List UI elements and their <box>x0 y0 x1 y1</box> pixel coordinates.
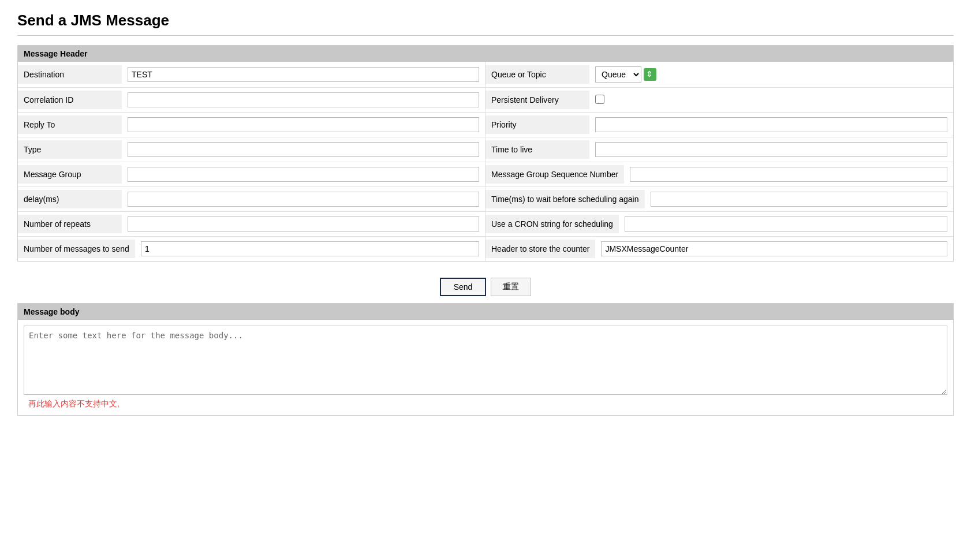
message-group-label: Message Group <box>18 165 122 184</box>
header-store-field <box>595 237 953 261</box>
header-store-input[interactable] <box>601 241 947 256</box>
time-to-wait-field <box>645 187 954 211</box>
message-group-field <box>122 162 485 186</box>
chinese-hint-text: 再此输入内容不支持中文, <box>24 399 947 409</box>
queue-topic-field: Queue Topic <box>589 62 953 87</box>
queue-topic-right: Queue or Topic Queue Topic <box>486 62 953 88</box>
message-group-left: Message Group <box>18 162 486 187</box>
message-header-title: Message Header <box>18 46 953 62</box>
time-to-live-right: Time to live <box>486 137 953 162</box>
cron-input[interactable] <box>625 216 947 232</box>
num-repeats-field <box>122 212 485 236</box>
correlation-id-input[interactable] <box>128 92 479 107</box>
msg-group-seq-label: Message Group Sequence Number <box>486 165 624 184</box>
type-label: Type <box>18 140 122 159</box>
message-body-textarea[interactable] <box>24 326 947 395</box>
type-input[interactable] <box>128 142 479 157</box>
action-buttons-row: Send 重置 <box>17 271 954 303</box>
message-group-input[interactable] <box>128 167 479 182</box>
priority-label: Priority <box>486 115 589 134</box>
row-destination: Destination Queue or Topic Queue Topic <box>18 62 953 88</box>
row-repeats: Number of repeats Use a CRON string for … <box>18 212 953 237</box>
message-body-area: 再此输入内容不支持中文, <box>18 320 953 415</box>
type-left: Type <box>18 137 486 162</box>
destination-label: Destination <box>18 65 122 84</box>
num-messages-field <box>135 237 485 261</box>
delay-input[interactable] <box>128 192 479 207</box>
cron-field <box>619 212 953 236</box>
queue-topic-select[interactable]: Queue Topic <box>595 66 641 83</box>
correlation-id-label: Correlation ID <box>18 91 122 109</box>
cron-right: Use a CRON string for scheduling <box>486 212 953 237</box>
cron-label: Use a CRON string for scheduling <box>486 215 619 233</box>
msg-group-seq-field <box>624 162 953 186</box>
row-reply-to: Reply To Priority <box>18 113 953 137</box>
header-store-label: Header to store the counter <box>486 240 595 258</box>
correlation-id-field <box>122 88 485 112</box>
persistent-delivery-label: Persistent Delivery <box>486 91 589 109</box>
queue-topic-label: Queue or Topic <box>486 65 589 84</box>
title-divider <box>17 35 954 36</box>
destination-field <box>122 62 485 87</box>
num-messages-label: Number of messages to send <box>18 240 135 258</box>
row-type: Type Time to live <box>18 137 953 162</box>
page-title: Send a JMS Message <box>17 12 954 29</box>
message-header-section: Message Header Destination Queue or Topi… <box>17 45 954 262</box>
persistent-delivery-checkbox[interactable] <box>595 95 604 104</box>
reply-to-field <box>122 113 485 137</box>
num-messages-left: Number of messages to send <box>18 237 486 261</box>
send-button[interactable]: Send <box>440 278 486 296</box>
row-message-group: Message Group Message Group Sequence Num… <box>18 162 953 187</box>
destination-left: Destination <box>18 62 486 88</box>
reset-button[interactable]: 重置 <box>491 278 531 296</box>
priority-field <box>589 113 953 137</box>
reply-to-label: Reply To <box>18 115 122 134</box>
correlation-left: Correlation ID <box>18 88 486 113</box>
priority-input[interactable] <box>595 117 947 132</box>
num-repeats-input[interactable] <box>128 216 479 232</box>
delay-label: delay(ms) <box>18 190 122 208</box>
time-to-live-label: Time to live <box>486 140 589 159</box>
msg-group-seq-input[interactable] <box>630 167 947 182</box>
delay-left: delay(ms) <box>18 187 486 212</box>
destination-input[interactable] <box>128 67 479 82</box>
delay-field <box>122 187 485 211</box>
queue-topic-arrow-icon[interactable] <box>644 68 656 81</box>
time-to-wait-input[interactable] <box>651 192 948 207</box>
reply-to-left: Reply To <box>18 113 486 137</box>
message-body-title: Message body <box>18 304 953 320</box>
type-field <box>122 137 485 162</box>
time-to-wait-label: Time(ms) to wait before scheduling again <box>486 190 645 208</box>
persistent-delivery-right: Persistent Delivery <box>486 88 953 113</box>
row-correlation: Correlation ID Persistent Delivery <box>18 88 953 113</box>
row-delay: delay(ms) Time(ms) to wait before schedu… <box>18 187 953 212</box>
time-to-live-field <box>589 137 953 162</box>
message-body-section: Message body 再此输入内容不支持中文, <box>17 303 954 416</box>
num-repeats-label: Number of repeats <box>18 215 122 233</box>
persistent-delivery-field <box>589 90 953 110</box>
time-to-wait-right: Time(ms) to wait before scheduling again <box>486 187 953 212</box>
priority-right: Priority <box>486 113 953 137</box>
time-to-live-input[interactable] <box>595 142 947 157</box>
reply-to-input[interactable] <box>128 117 479 132</box>
header-store-right: Header to store the counter <box>486 237 953 261</box>
msg-group-seq-right: Message Group Sequence Number <box>486 162 953 187</box>
num-messages-input[interactable] <box>141 241 479 256</box>
repeats-left: Number of repeats <box>18 212 486 237</box>
row-num-messages: Number of messages to send Header to sto… <box>18 237 953 261</box>
